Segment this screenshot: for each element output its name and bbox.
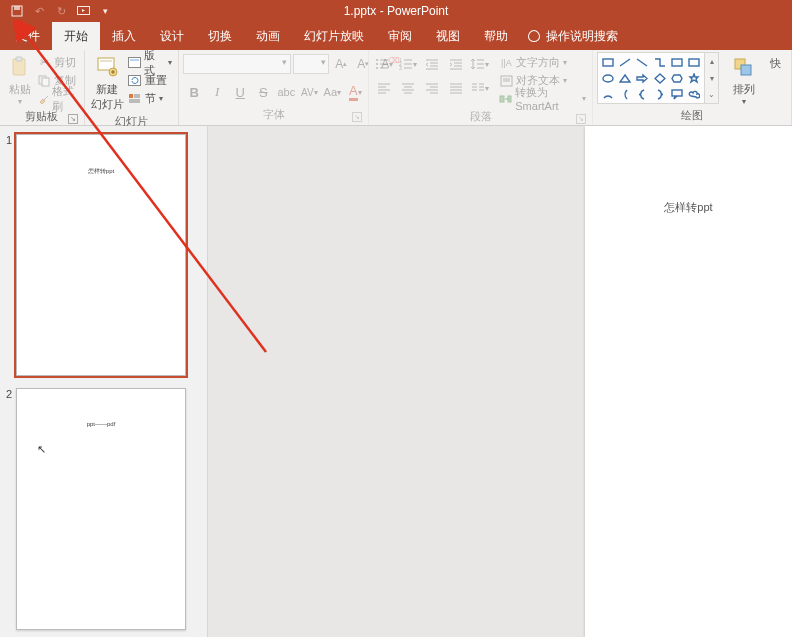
section-label: 节 [145,91,156,106]
shape-rect2-icon[interactable] [669,55,685,70]
dialog-launcher-icon[interactable]: ↘ [576,114,586,124]
tab-insert[interactable]: 插入 [100,22,148,50]
change-case-button[interactable]: Aa▾ [321,82,343,102]
svg-rect-9 [100,60,112,62]
font-family-combo[interactable] [183,54,291,74]
quick-styles-button[interactable]: 快 [763,52,787,71]
tell-me-search[interactable]: 操作说明搜索 [528,22,618,50]
start-from-beginning-icon[interactable] [72,0,94,22]
text-direction-label: 文字方向 [516,55,560,70]
group-paragraph: ▾ 123▾ ▾ ▾ ||A 文字方向▾ [369,50,593,125]
shapes-gallery[interactable] [597,52,705,104]
arrange-button[interactable]: 排列 ▾ [725,52,763,106]
undo-icon[interactable]: ↶ [28,0,50,22]
slide-thumbnail-pane[interactable]: 1 怎样转ppt 2 ppt——pdf ↖ [0,126,208,637]
arrange-label: 排列 [733,82,755,97]
shape-brace2-icon[interactable] [651,87,667,102]
shape-rectangle-icon[interactable] [600,55,616,70]
bold-button[interactable]: B [183,82,205,102]
shape-elbow-icon[interactable] [651,55,667,70]
quick-access-toolbar: ↶ ↻ ▾ [0,0,116,22]
paintbrush-icon [37,92,49,106]
save-icon[interactable] [6,0,28,22]
dialog-launcher-icon[interactable]: ↘ [352,112,362,122]
bulb-icon [528,30,540,42]
line-spacing-button[interactable]: ▾ [469,54,491,74]
align-left-button[interactable] [373,78,395,98]
shape-callout-icon[interactable] [669,87,685,102]
text-direction-button[interactable]: ||A 文字方向▾ [497,54,588,71]
strikethrough-button[interactable]: S [252,82,274,102]
reset-button[interactable]: 重置 [126,72,174,89]
justify-button[interactable] [445,78,467,98]
shape-diamond-icon[interactable] [651,71,667,86]
slide-edit-area[interactable]: 怎样转ppt [208,126,792,637]
text-direction-icon: ||A [499,56,513,70]
svg-rect-4 [16,57,22,61]
paste-label: 粘贴 [9,82,31,97]
tab-design[interactable]: 设计 [148,22,196,50]
numbering-button[interactable]: 123▾ [397,54,419,74]
tab-review[interactable]: 审阅 [376,22,424,50]
shape-cloud-icon[interactable] [686,87,702,102]
qat-customize-icon[interactable]: ▾ [94,0,116,22]
svg-rect-73 [672,59,682,66]
dialog-launcher-icon[interactable]: ↘ [68,114,78,124]
shape-line2-icon[interactable] [634,55,650,70]
shape-brace-icon[interactable] [634,87,650,102]
shadow-button[interactable]: abc [275,82,297,102]
slide-number: 1 [0,134,16,146]
char-spacing-button[interactable]: AV▾ [298,82,320,102]
shape-triangle-icon[interactable] [617,71,633,86]
svg-rect-70 [603,59,613,66]
font-size-combo[interactable] [293,54,329,74]
columns-button[interactable]: ▾ [469,78,491,98]
svg-line-71 [620,59,630,66]
align-right-button[interactable] [421,78,443,98]
italic-button[interactable]: I [206,82,228,102]
gallery-more-icon[interactable]: ⌄ [705,86,718,103]
shape-arc-icon[interactable] [600,87,616,102]
tab-slideshow[interactable]: 幻灯片放映 [292,22,376,50]
tab-transitions[interactable]: 切换 [196,22,244,50]
slide-thumbnail-2[interactable]: ppt——pdf ↖ [16,388,186,630]
shape-hex-icon[interactable] [669,71,685,86]
redo-icon[interactable]: ↻ [50,0,72,22]
tell-me-label: 操作说明搜索 [546,28,618,45]
increase-indent-button[interactable] [445,54,467,74]
layout-button[interactable]: 版式▾ [126,54,174,71]
new-slide-button[interactable]: 新建 幻灯片 [89,52,126,112]
shape-oval-icon[interactable] [600,71,616,86]
new-slide-label-1: 新建 [96,82,118,97]
thumbnail-row: 2 ppt——pdf ↖ [0,388,207,630]
current-slide[interactable]: 怎样转ppt [585,126,792,637]
svg-rect-17 [134,94,140,98]
svg-rect-74 [689,59,699,66]
svg-rect-78 [741,65,751,75]
section-button[interactable]: 节▾ [126,90,174,107]
tab-view[interactable]: 视图 [424,22,472,50]
bullets-button[interactable]: ▾ [373,54,395,74]
convert-smartart-button[interactable]: 转换为 SmartArt▾ [497,90,588,107]
shape-star-icon[interactable] [686,71,702,86]
gallery-down-icon[interactable]: ▾ [705,70,718,87]
underline-button[interactable]: U [229,82,251,102]
align-center-button[interactable] [397,78,419,98]
font-color-button[interactable]: A▾ [344,82,366,102]
tab-help[interactable]: 帮助 [472,22,520,50]
tab-home[interactable]: 开始 [52,22,100,50]
format-painter-button[interactable]: 格式刷 [35,90,80,107]
svg-point-21 [376,63,378,65]
paste-button[interactable]: 粘贴 ▾ [4,52,35,106]
increase-font-icon[interactable]: A▴ [331,54,351,74]
shape-line-icon[interactable] [617,55,633,70]
decrease-indent-button[interactable] [421,54,443,74]
shape-arrow-icon[interactable] [634,71,650,86]
tab-animations[interactable]: 动画 [244,22,292,50]
shape-rect3-icon[interactable] [686,55,702,70]
slide-thumbnail-1[interactable]: 怎样转ppt [16,134,186,376]
gallery-up-icon[interactable]: ▴ [705,53,718,70]
cut-button[interactable]: ✂ 剪切 [35,54,80,71]
shape-paren-icon[interactable] [617,87,633,102]
tab-file[interactable]: 文件 [4,22,52,50]
